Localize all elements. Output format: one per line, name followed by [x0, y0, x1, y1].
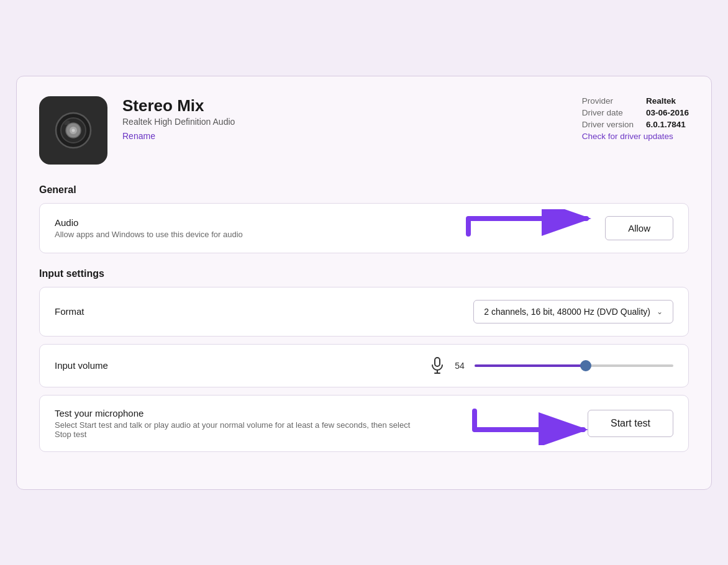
device-info: Stereo Mix Realtek High Definition Audio…: [122, 96, 567, 142]
audio-info: Audio Allow apps and Windows to use this…: [55, 217, 243, 239]
arrow-annotation-allow: [462, 209, 599, 246]
format-value: 2 channels, 16 bit, 48000 Hz (DVD Qualit…: [484, 307, 650, 317]
test-microphone-card: Test your microphone Select Start test a…: [39, 395, 689, 452]
provider-value: Realtek: [646, 96, 689, 106]
arrow-annotation-start-test: [468, 402, 593, 445]
audio-label: Audio: [55, 217, 243, 228]
device-meta: Provider Realtek Driver date 03-06-2016 …: [582, 96, 689, 141]
general-section: General Audio Allow apps and Windows to …: [39, 184, 689, 253]
input-volume-label: Input volume: [55, 360, 108, 371]
speaker-icon: [52, 109, 95, 152]
microphone-icon: [430, 357, 445, 374]
general-section-title: General: [39, 184, 689, 196]
start-test-button[interactable]: Start test: [588, 410, 673, 437]
rename-link[interactable]: Rename: [122, 131, 155, 141]
svg-point-4: [72, 129, 75, 132]
input-settings-section: Input settings Format 2 channels, 16 bit…: [39, 268, 689, 452]
format-card: Format 2 channels, 16 bit, 48000 Hz (DVD…: [39, 287, 689, 337]
input-volume-card: Input volume 54: [39, 344, 689, 387]
test-desc: Select Start test and talk or play audio…: [55, 420, 427, 439]
test-info: Test your microphone Select Start test a…: [55, 408, 427, 439]
driver-version-label: Driver version: [582, 120, 634, 129]
test-label: Test your microphone: [55, 408, 427, 418]
format-dropdown[interactable]: 2 channels, 16 bit, 48000 Hz (DVD Qualit…: [473, 300, 673, 323]
device-header: Stereo Mix Realtek High Definition Audio…: [39, 96, 689, 165]
audio-card: Audio Allow apps and Windows to use this…: [39, 203, 689, 253]
driver-date-value: 03-06-2016: [646, 108, 689, 117]
chevron-down-icon: ⌄: [657, 307, 663, 316]
device-name: Stereo Mix: [122, 96, 567, 115]
format-label: Format: [55, 306, 84, 317]
device-icon: [39, 96, 107, 165]
volume-slider-container: [475, 359, 673, 372]
provider-label: Provider: [582, 96, 634, 106]
audio-desc: Allow apps and Windows to use this devic…: [55, 230, 243, 239]
volume-row: 54: [108, 357, 673, 374]
settings-panel: Stereo Mix Realtek High Definition Audio…: [16, 76, 712, 490]
volume-number: 54: [453, 361, 466, 371]
device-subtitle: Realtek High Definition Audio: [122, 117, 567, 127]
allow-button[interactable]: Allow: [605, 216, 673, 240]
check-updates-link[interactable]: Check for driver updates: [582, 132, 689, 141]
input-settings-title: Input settings: [39, 268, 689, 279]
svg-rect-7: [435, 358, 440, 366]
driver-date-label: Driver date: [582, 108, 634, 117]
driver-version-value: 6.0.1.7841: [646, 120, 689, 129]
